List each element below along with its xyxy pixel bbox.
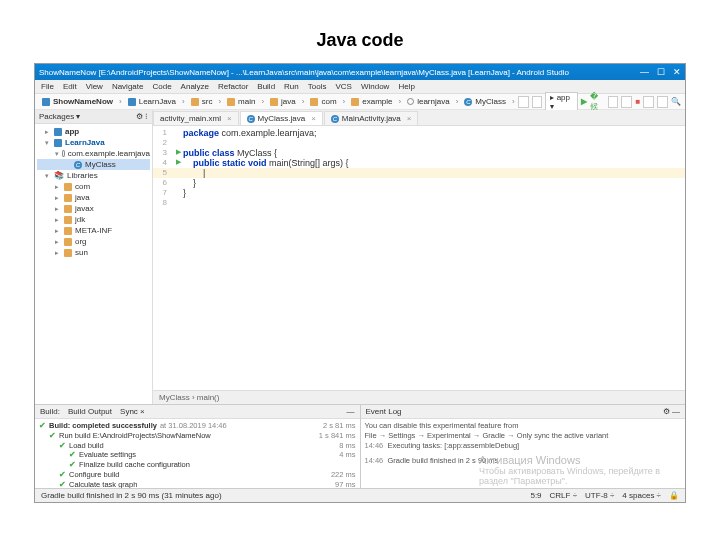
status-crlf[interactable]: CRLF ÷ (550, 491, 578, 500)
vcs-button[interactable] (643, 96, 654, 108)
event-log-line: Gradle build finished in 2 s 90 ms (387, 456, 498, 465)
menu-help[interactable]: Help (398, 82, 414, 91)
crumb-example[interactable]: example (348, 97, 404, 106)
slide-title: Java code (0, 0, 720, 63)
project-tool-window: Packages ▾⚙ ⁝ ▸app ▾LearnJava ▾com.examp… (35, 110, 153, 404)
run-button[interactable]: ▶ (581, 97, 587, 106)
tab-mainactivity[interactable]: CMainActivity.java× (324, 111, 419, 125)
tree-app[interactable]: ▸app (37, 126, 150, 137)
breadcrumb-toolbar: ShowNameNow LearnJava src main java com … (35, 94, 685, 110)
menu-build[interactable]: Build (257, 82, 275, 91)
crumb-main[interactable]: main (224, 97, 267, 106)
event-log-panel: Event Log ⚙ — You can disable this exper… (361, 405, 686, 488)
build-panel: Build: Build Output Sync × — ✔Build: com… (35, 405, 360, 488)
tree-org[interactable]: ▸org (37, 236, 150, 247)
menu-tools[interactable]: Tools (308, 82, 327, 91)
attach-button[interactable] (621, 96, 632, 108)
maximize-button[interactable]: ☐ (657, 67, 665, 77)
profile-button[interactable] (608, 96, 619, 108)
status-caret[interactable]: 5:9 (530, 491, 541, 500)
event-log-line: You can disable this experimental featur… (365, 421, 682, 431)
event-log-settings-icon[interactable]: ⚙ — (663, 407, 680, 416)
status-encoding[interactable]: UTF-8 ÷ (585, 491, 614, 500)
close-tab-icon[interactable]: × (407, 114, 412, 123)
close-button[interactable]: ✕ (673, 67, 681, 77)
code-editor[interactable]: 1package com.example.learnjava; 2 3▶publ… (153, 126, 685, 390)
sync-button[interactable] (518, 96, 529, 108)
menu-navigate[interactable]: Navigate (112, 82, 144, 91)
window-title-text: ShowNameNow [E:\AndroidProjects\ShowName… (39, 68, 569, 77)
crumb-class[interactable]: CMyClass (461, 97, 517, 106)
crumb-module[interactable]: LearnJava (125, 97, 188, 106)
tree-package[interactable]: ▾com.example.learnjava (37, 148, 150, 159)
settings-button[interactable] (657, 96, 668, 108)
menu-file[interactable]: File (41, 82, 54, 91)
stop-button[interactable]: ■ (635, 97, 640, 106)
menu-code[interactable]: Code (152, 82, 171, 91)
window-titlebar: ShowNameNow [E:\AndroidProjects\ShowName… (35, 64, 685, 80)
tree-com[interactable]: ▸com (37, 181, 150, 192)
status-bar: Gradle build finished in 2 s 90 ms (31 m… (35, 488, 685, 502)
debug-button[interactable]: �候 (590, 92, 604, 112)
tree-learnjava[interactable]: ▾LearnJava (37, 137, 150, 148)
tab-activity-main[interactable]: activity_main.xml× (153, 111, 239, 125)
tree-myclass[interactable]: CMyClass (37, 159, 150, 170)
event-log-tab[interactable]: Event Log (366, 407, 402, 416)
menu-window[interactable]: Window (361, 82, 389, 91)
close-tab-icon[interactable]: × (227, 114, 232, 123)
build-tab-build[interactable]: Build: (40, 407, 60, 416)
event-log-line: File → Settings → Experimental → Gradle … (365, 431, 682, 441)
tab-myclass[interactable]: CMyClass.java× (240, 111, 323, 125)
tree-sun[interactable]: ▸sun (37, 247, 150, 258)
editor-tabs: activity_main.xml× CMyClass.java× CMainA… (153, 110, 685, 126)
tree-javax[interactable]: ▸javax (37, 203, 150, 214)
menu-view[interactable]: View (86, 82, 103, 91)
structure-breadcrumb[interactable]: MyClass › main() (153, 390, 685, 404)
search-everywhere-button[interactable]: 🔍 (671, 97, 681, 106)
tree-metainf[interactable]: ▸META-INF (37, 225, 150, 236)
tree-java[interactable]: ▸java (37, 192, 150, 203)
menu-refactor[interactable]: Refactor (218, 82, 248, 91)
crumb-project[interactable]: ShowNameNow (39, 97, 125, 106)
menu-run[interactable]: Run (284, 82, 299, 91)
menu-edit[interactable]: Edit (63, 82, 77, 91)
build-tab-sync[interactable]: Sync × (120, 407, 145, 416)
menu-vcs[interactable]: VCS (335, 82, 351, 91)
status-lock-icon[interactable]: 🔒 (669, 491, 679, 500)
build-tab-output[interactable]: Build Output (68, 407, 112, 416)
crumb-src[interactable]: src (188, 97, 224, 106)
crumb-learnjava[interactable]: learnjava (404, 97, 461, 106)
build-collapse-icon[interactable]: — (347, 407, 355, 416)
ide-window: ShowNameNow [E:\AndroidProjects\ShowName… (34, 63, 686, 503)
minimize-button[interactable]: — (640, 67, 649, 77)
project-header[interactable]: Packages ▾⚙ ⁝ (35, 110, 152, 124)
event-log-line: Executing tasks: [:app:assembleDebug] (387, 441, 519, 450)
bottom-panel: Build: Build Output Sync × — ✔Build: com… (35, 404, 685, 488)
tree-jdk[interactable]: ▸jdk (37, 214, 150, 225)
editor-area: activity_main.xml× CMyClass.java× CMainA… (153, 110, 685, 404)
status-indent[interactable]: 4 spaces ÷ (622, 491, 661, 500)
crumb-com[interactable]: com (307, 97, 348, 106)
close-tab-icon[interactable]: × (311, 114, 316, 123)
tree-libraries[interactable]: ▾📚Libraries (37, 170, 150, 181)
menu-analyze[interactable]: Analyze (181, 82, 209, 91)
run-config-selector[interactable]: ▸ app ▾ (545, 92, 578, 112)
status-message: Gradle build finished in 2 s 90 ms (31 m… (41, 491, 222, 500)
avd-button[interactable] (532, 96, 543, 108)
crumb-java[interactable]: java (267, 97, 307, 106)
